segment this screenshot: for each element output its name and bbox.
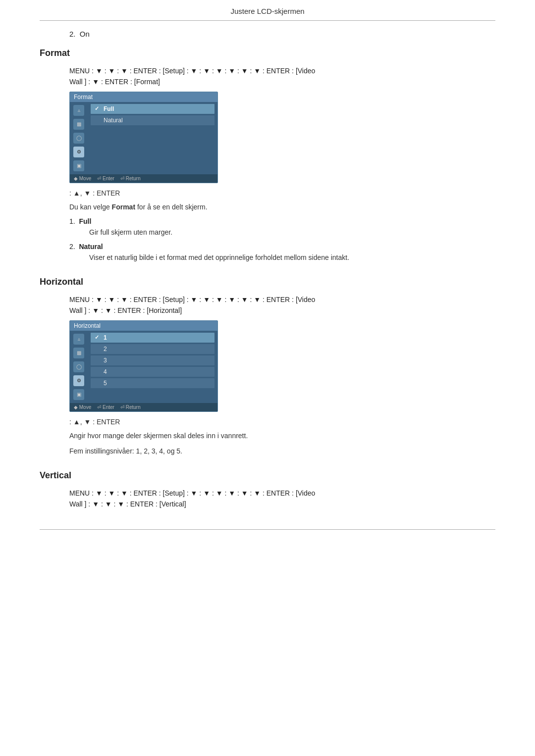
horizontal-items-list: ✓1 2 3 4 5 (88, 331, 217, 403)
format-item-natural: Natural (91, 115, 214, 125)
horizontal-menu-title: Horizontal (70, 321, 217, 331)
horizontal-instructions: : ▲, ▼ : ENTER (69, 418, 495, 426)
format-menu-icons: ▵ ▩ ◯ ⚙ ▣ (70, 102, 88, 174)
vertical-menu-path: MENU : ▼ : ▼ : ▼ : ENTER : [Setup] : ▼ :… (69, 488, 495, 510)
horizontal-description2: Fem instillingsnivåer: 1, 2, 3, 4, og 5. (69, 446, 495, 456)
format-bottom-bar: ◆ Move ⏎ Enter ⏎ Return (70, 174, 217, 183)
horizontal-section: Horizontal MENU : ▼ : ▼ : ▼ : ENTER : [S… (40, 277, 495, 456)
h-item-5: 5 (91, 378, 214, 388)
icon-4-active: ⚙ (73, 147, 84, 157)
vertical-section: Vertical MENU : ▼ : ▼ : ▼ : ENTER : [Set… (40, 470, 495, 510)
h-icon-1: ▵ (73, 334, 84, 345)
horizontal-description1: Angir hvor mange deler skjermen skal del… (69, 431, 495, 441)
full-desc: Gir full skjerm uten marger. (89, 227, 495, 238)
natural-number: 2. Natural (69, 243, 495, 251)
format-menu-path: MENU : ▼ : ▼ : ▼ : ENTER : [Setup] : ▼ :… (69, 65, 495, 88)
format-section: Format MENU : ▼ : ▼ : ▼ : ENTER : [Setup… (40, 48, 495, 263)
horizontal-menu-icons: ▵ ▩ ◯ ⚙ ▣ (70, 331, 88, 403)
horizontal-bottom-bar: ◆ Move ⏎ Enter ⏎ Return (70, 403, 217, 411)
h-icon-2: ▩ (73, 348, 84, 358)
vertical-heading: Vertical (40, 470, 495, 481)
format-sub-item-full: 1. Full Gir full skjerm uten marger. (69, 217, 495, 238)
h-item-1: ✓1 (91, 333, 214, 343)
h-icon-4-active: ⚙ (73, 375, 84, 386)
format-instructions: : ▲, ▼ : ENTER (69, 189, 495, 197)
page-title: Justere LCD-skjermen (40, 0, 495, 20)
icon-3: ◯ (73, 133, 84, 144)
icon-1: ▵ (73, 105, 84, 116)
horizontal-menu-path: MENU : ▼ : ▼ : ▼ : ENTER : [Setup] : ▼ :… (69, 294, 495, 316)
horizontal-menu-screenshot: Horizontal ▵ ▩ ◯ ⚙ ▣ ✓1 2 (69, 320, 218, 412)
format-sub-item-natural: 2. Natural Viser et naturlig bilde i et … (69, 243, 495, 263)
format-items-list: ✓Full Natural (88, 102, 217, 174)
h-item-2: 2 (91, 344, 214, 354)
format-menu-screenshot: Format ▵ ▩ ◯ ⚙ ▣ ✓Full Natural (69, 92, 218, 183)
h-item-4: 4 (91, 367, 214, 377)
natural-desc: Viser et naturlig bilde i et format med … (89, 252, 495, 263)
format-item-full: ✓Full (91, 104, 214, 114)
format-heading: Format (40, 48, 495, 58)
format-description: Du kan velge Format for å se en delt skj… (69, 202, 495, 212)
horizontal-heading: Horizontal (40, 277, 495, 287)
format-menu-title: Format (70, 92, 217, 102)
item-on: 2. On (69, 30, 495, 38)
h-icon-5: ▣ (73, 389, 84, 400)
icon-5: ▣ (73, 160, 84, 171)
h-icon-3: ◯ (73, 361, 84, 372)
h-item-3: 3 (91, 355, 214, 365)
icon-2: ▩ (73, 119, 84, 130)
full-number: 1. Full (69, 217, 495, 225)
